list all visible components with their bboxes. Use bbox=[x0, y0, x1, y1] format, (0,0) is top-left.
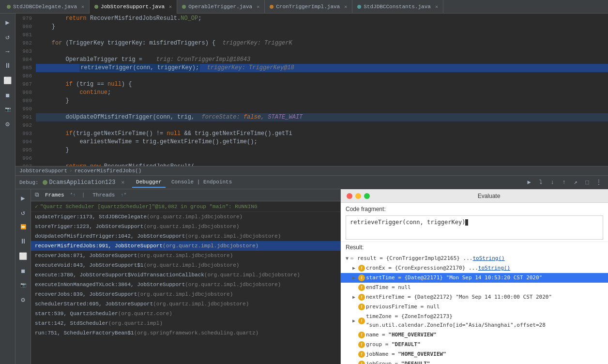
code-fragment-box[interactable]: retrieveTrigger(conn, triggerKey) bbox=[346, 215, 603, 240]
frame-item[interactable]: execute:3780, JobStoreSupport$VoidTransa… bbox=[31, 270, 340, 280]
result-row-group[interactable]: f group = "DEFAULT" bbox=[341, 340, 608, 349]
frame-class: schedulerStarted:695, JobStoreSupport bbox=[35, 300, 153, 308]
breadcrumb-class[interactable]: JobStoreSupport bbox=[19, 168, 67, 174]
frame-item[interactable]: recoverJobs:871, JobStoreSupport (org.qu… bbox=[31, 251, 340, 260]
step-into-btn[interactable]: ↓ bbox=[547, 177, 558, 188]
frame-item[interactable]: executeInNonManagedTXLock:3864, JobStore… bbox=[31, 280, 340, 289]
tab-StdJDBCDelegate[interactable]: StdJDBCDelegate.java ✕ bbox=[2, 0, 90, 14]
stop-icon[interactable]: ⬜ bbox=[1, 74, 15, 87]
console-tab[interactable]: Console | Endpoints bbox=[167, 177, 236, 188]
tab-label: CronTriggerImpl.java bbox=[276, 4, 340, 10]
frame-pkg: (org.springframework.scheduling.quartz) bbox=[134, 329, 258, 337]
result-row-timezone[interactable]: ▶ f timeZone = {ZoneInfo@22173} "sun.uti… bbox=[341, 312, 608, 330]
frames-tab[interactable]: Frames bbox=[43, 191, 66, 199]
frames-list: ✓ "Quartz Scheduler [quartzScheduler]"@1… bbox=[31, 201, 340, 364]
debug-session-label: Debug: bbox=[19, 180, 39, 185]
frame-class: updateTrigger:1173, StdJDBCDelegate bbox=[35, 213, 147, 221]
camera-icon[interactable]: 📷 bbox=[1, 103, 15, 116]
debug-header: Debug: DcamsApplication123 ✕ Debugger Co… bbox=[15, 176, 608, 189]
code-line-984: OperableTrigger trig = trig: CronTrigger… bbox=[36, 56, 608, 64]
tab-JobStoreSupport[interactable]: JobStoreSupport.java ✕ bbox=[90, 0, 177, 14]
result-row-starttime[interactable]: ▶ f startTime = {Date@22171} "Mon Sep 14… bbox=[341, 273, 608, 283]
tab-close-icon[interactable]: ✕ bbox=[344, 4, 347, 10]
result-row-result[interactable]: ▼ ∞ result = {CronTriggerImpl@22165} ...… bbox=[341, 254, 608, 263]
result-row-prevfire[interactable]: f previousFireTime = null bbox=[341, 302, 608, 312]
to-string-link[interactable]: toString() bbox=[478, 264, 510, 273]
tab-close-icon[interactable]: ✕ bbox=[169, 4, 172, 10]
expand-icon[interactable]: ▼ bbox=[344, 254, 350, 263]
step-out-btn[interactable]: ↑ bbox=[559, 177, 569, 188]
result-row-jobgroup[interactable]: f jobGroup = "DEFAULT" bbox=[341, 359, 608, 364]
tab-StdJDBCConstants[interactable]: StdJDBCConstants.java ✕ bbox=[352, 0, 443, 14]
code-line-982: for (TriggerKey triggerKey: misfiredTrig… bbox=[36, 39, 608, 47]
expand-icon[interactable]: ▶ bbox=[350, 273, 357, 282]
result-key: endTime = null bbox=[366, 283, 411, 292]
code-line-987: if (trig == null) { bbox=[36, 80, 608, 89]
tab-close-icon[interactable]: ✕ bbox=[435, 4, 438, 10]
step-over-btn[interactable]: ⤵ bbox=[535, 177, 546, 188]
frame-item[interactable]: doUpdateOfMisfiredTrigger:1042, JobStore… bbox=[31, 231, 340, 241]
to-string-link[interactable]: toString() bbox=[472, 254, 504, 263]
debug-stop-icon[interactable]: ⬜ bbox=[16, 249, 30, 263]
result-row-jobname[interactable]: f jobName = "HOME_OVERVIEW" bbox=[341, 349, 608, 359]
tab-close-icon[interactable]: ✕ bbox=[81, 4, 84, 10]
frame-item[interactable]: schedulerStarted:695, JobStoreSupport (o… bbox=[31, 299, 340, 309]
pause-icon[interactable]: ⏸ bbox=[1, 59, 15, 73]
frame-item-active[interactable]: recoverMisfiredJobs:991, JobStoreSupport… bbox=[31, 241, 340, 251]
debug-refresh-icon[interactable]: ↺ bbox=[16, 206, 30, 219]
expand-icon[interactable]: ▶ bbox=[350, 264, 357, 273]
frame-item[interactable]: executeVoid:843, JobStoreSupport$1 (org.… bbox=[31, 260, 340, 270]
frame-class: doUpdateOfMisfiredTrigger:1042, JobStore… bbox=[35, 232, 185, 240]
resume-btn[interactable]: ▶ bbox=[524, 177, 534, 188]
frame-item[interactable]: start:142, StdScheduler (org.quartz.impl… bbox=[31, 318, 340, 328]
f-badge-icon: f bbox=[358, 351, 365, 358]
threads-tab[interactable]: Threads bbox=[91, 191, 117, 199]
left-sidebar: ▶ ↺ ⟶ ⏸ ⬜ ◼ 📷 ⚙ bbox=[0, 14, 15, 364]
frame-item[interactable]: recoverJobs:839, JobStoreSupport (org.qu… bbox=[31, 289, 340, 299]
tab-OperableTrigger[interactable]: OperableTrigger.java ✕ bbox=[177, 0, 265, 14]
step-over-icon[interactable]: ⟶ bbox=[1, 45, 15, 58]
line-numbers: 979 980 981 982 983 984 985 986 987 988 … bbox=[15, 14, 36, 166]
debug-session-close[interactable]: ✕ bbox=[121, 179, 124, 185]
minimize-traffic-light[interactable] bbox=[355, 193, 361, 199]
run-icon[interactable]: ▶ bbox=[1, 15, 15, 29]
frame-pkg: (org.quartz.impl.jdbcjobstore) bbox=[153, 300, 249, 308]
debugger-tab[interactable]: Debugger bbox=[132, 177, 166, 188]
expand-icon[interactable]: ▶ bbox=[350, 317, 357, 325]
refresh-icon[interactable]: ↺ bbox=[1, 30, 15, 44]
frame-item[interactable]: updateTrigger:1173, StdJDBCDelegate (org… bbox=[31, 212, 340, 222]
result-row-nextfire[interactable]: ▶ f nextFireTime = {Date@22172} "Mon Sep… bbox=[341, 292, 608, 302]
tab-CronTriggerImpl[interactable]: CronTriggerImpl.java ✕ bbox=[265, 0, 352, 14]
tab-close-icon[interactable]: ✕ bbox=[257, 4, 259, 10]
tab-bar: StdJDBCDelegate.java ✕ JobStoreSupport.j… bbox=[0, 0, 608, 14]
frame-item[interactable]: storeTrigger:1223, JobStoreSupport (org.… bbox=[31, 222, 340, 231]
build-icon[interactable]: ◼ bbox=[1, 88, 15, 102]
frame-pkg: (org.quartz.impl.jdbcjobstore) bbox=[147, 213, 243, 221]
expand-icon[interactable]: ▶ bbox=[350, 293, 357, 302]
debug-pause-icon[interactable]: ⏸ bbox=[16, 235, 30, 248]
debug-run-icon[interactable]: ▶ bbox=[16, 191, 30, 205]
close-traffic-light[interactable] bbox=[347, 193, 352, 199]
maximize-traffic-light[interactable] bbox=[364, 193, 370, 199]
evaluate-btn[interactable]: ⬚ bbox=[582, 177, 593, 188]
f-badge-icon: f bbox=[358, 318, 365, 324]
debug-gear-icon[interactable]: ⚙ bbox=[16, 293, 30, 306]
breadcrumb-method[interactable]: recoverMisfiredJobs() bbox=[75, 168, 142, 174]
more-btn[interactable]: ⋮ bbox=[593, 177, 604, 188]
run-to-cursor-btn[interactable]: ↗ bbox=[570, 177, 581, 188]
result-row-name[interactable]: f name = "HOME_OVERVIEW" bbox=[341, 330, 608, 340]
result-row-endtime[interactable]: f endTime = null bbox=[341, 283, 608, 292]
debug-step-icon[interactable]: ⏩ bbox=[16, 220, 30, 234]
debug-mark-icon[interactable]: ◼ bbox=[16, 264, 30, 277]
f-badge-icon: f bbox=[358, 284, 365, 291]
frame-pkg: (org.quartz.impl.jdbcjobstore) bbox=[143, 261, 239, 269]
frame-item[interactable]: run:751, SchedulerFactoryBean$1 (org.spr… bbox=[31, 328, 340, 338]
debug-camera-icon[interactable]: 📷 bbox=[16, 278, 30, 292]
code-fragment-label: Code fragment: bbox=[341, 203, 608, 213]
settings-icon[interactable]: ⚙ bbox=[1, 117, 15, 131]
result-row-cronex[interactable]: ▶ f cronEx = {CronExpression@22170} ... … bbox=[341, 263, 608, 273]
evaluate-panel: Evaluate Code fragment: retrieveTrigger(… bbox=[341, 189, 608, 364]
thread-label: "Quartz Scheduler [quartzScheduler]"@18,… bbox=[40, 204, 258, 210]
frame-item[interactable]: start:539, QuartzScheduler (org.quartz.c… bbox=[31, 309, 340, 318]
code-content: 979 980 981 982 983 984 985 986 987 988 … bbox=[15, 14, 608, 166]
